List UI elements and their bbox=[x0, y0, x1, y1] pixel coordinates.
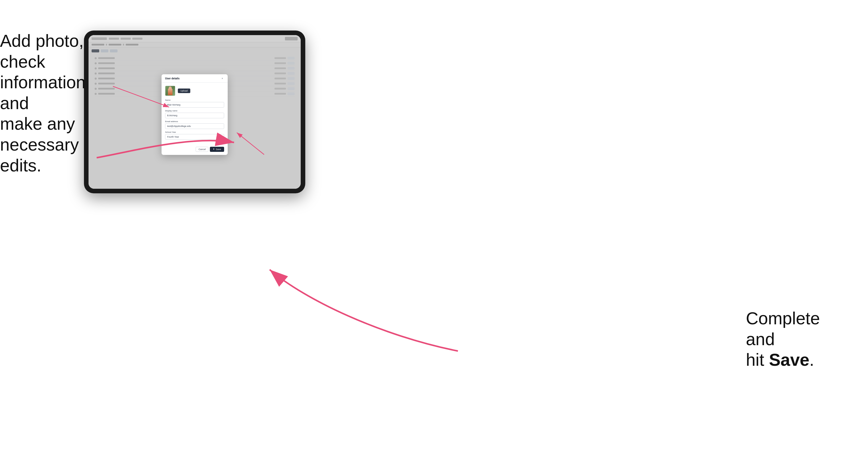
modal-close-button[interactable]: × bbox=[221, 77, 224, 81]
photo-inner bbox=[165, 86, 175, 96]
email-input[interactable] bbox=[165, 123, 224, 129]
tablet-frame: User details × Upload bbox=[84, 31, 305, 193]
cancel-button[interactable]: Cancel bbox=[196, 147, 208, 152]
chevron-down-icon: ⌄ bbox=[221, 136, 222, 137]
tablet-screen: User details × Upload bbox=[89, 35, 301, 189]
modal-body: Upload Name Display name Email addre bbox=[161, 83, 228, 145]
modal-title: User details bbox=[165, 77, 180, 80]
email-field-group: Email address bbox=[165, 120, 224, 129]
annotation-left-line1: Add photo, check bbox=[0, 31, 92, 72]
select-clear-icon[interactable]: ✕ bbox=[218, 136, 220, 138]
annotation-left-line3: make any bbox=[0, 114, 92, 134]
upload-photo-button[interactable]: Upload bbox=[178, 89, 190, 93]
person-silhouette bbox=[168, 89, 173, 95]
name-field-group: Name bbox=[165, 99, 224, 107]
user-photo-thumbnail bbox=[165, 86, 175, 96]
modal-footer: Cancel ⬆ Save bbox=[161, 145, 228, 155]
school-year-field-group: School Year Fourth Year ✕ ⌄ bbox=[165, 131, 224, 139]
annotation-left: Add photo, check information and make an… bbox=[0, 31, 92, 176]
annotation-left-line4: necessary edits. bbox=[0, 134, 92, 176]
school-year-select[interactable]: Fourth Year ✕ ⌄ bbox=[165, 134, 224, 139]
display-name-input[interactable] bbox=[165, 113, 224, 118]
name-input[interactable] bbox=[165, 102, 224, 107]
select-icons: ✕ ⌄ bbox=[218, 136, 222, 138]
annotation-left-line2: information and bbox=[0, 72, 92, 114]
modal-overlay: User details × Upload bbox=[89, 35, 301, 189]
display-name-label: Display name bbox=[165, 110, 224, 112]
annotation-right: Complete and hit Save. bbox=[746, 308, 853, 370]
photo-section: Upload bbox=[165, 86, 224, 96]
school-year-label: School Year bbox=[165, 131, 224, 133]
email-label: Email address bbox=[165, 120, 224, 123]
save-icon: ⬆ bbox=[213, 148, 215, 150]
display-name-field-group: Display name bbox=[165, 110, 224, 118]
user-details-modal: User details × Upload bbox=[161, 74, 228, 155]
save-button[interactable]: ⬆ Save bbox=[210, 147, 224, 152]
school-year-value: Fourth Year bbox=[167, 135, 179, 138]
modal-header: User details × bbox=[161, 74, 228, 83]
school-year-select-wrapper: Fourth Year ✕ ⌄ bbox=[165, 134, 224, 139]
annotation-right-line1: Complete and bbox=[746, 308, 853, 349]
save-button-label: Save bbox=[216, 148, 221, 151]
annotation-right-line2: hit Save. bbox=[746, 349, 853, 370]
name-label: Name bbox=[165, 99, 224, 101]
